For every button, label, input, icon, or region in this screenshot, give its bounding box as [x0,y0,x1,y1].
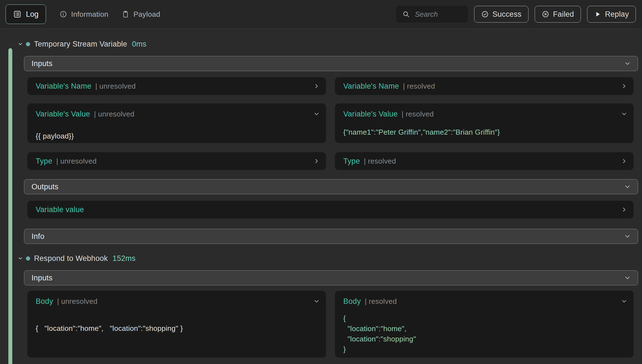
group-bar-outputs[interactable]: Outputs [24,179,638,194]
field-label: Body [36,297,53,306]
timeline-bar [8,48,12,364]
field-value: { "location":"home", "location":"shoppin… [36,323,320,334]
field-label: Body [343,297,361,306]
field-state: | resolved [365,297,397,306]
field-value: {"name1":"Peter Griffin","name2":"Brian … [343,127,627,137]
success-filter-label: Success [493,10,522,19]
chevron-down-icon [621,111,627,117]
topbar-actions: Success Failed Replay [396,6,636,23]
field-row-type-unresolved[interactable]: Type | unresolved [27,152,326,170]
chevron-down-icon [313,298,320,305]
field-label: Variable's Name [343,82,399,91]
field-value: {{ payload}} [36,131,320,141]
group-bar-label: Info [32,232,44,241]
field-row-variables-value-resolved[interactable]: Variable's Value | resolved {"name1":"Pe… [335,103,634,143]
section-title: Respond to Webhook [34,254,108,263]
field-row-variable-value-output[interactable]: Variable value [27,201,634,219]
field-value: { "location":"home", "location":"shoppin… [343,313,627,355]
field-row-body-resolved[interactable]: Body | resolved { "location":"home", "lo… [335,291,634,358]
field-state: | unresolved [56,157,97,166]
info-circle-icon [59,10,67,18]
topbar: Log Information Payload [0,0,642,29]
group-bar-inputs[interactable]: Inputs [24,270,638,285]
chevron-down-icon [624,233,631,240]
success-filter-button[interactable]: Success [474,6,528,23]
field-row-type-resolved[interactable]: Type | resolved [335,152,634,170]
tab-information[interactable]: Information [59,10,108,19]
tab-information-label: Information [71,10,108,19]
field-row-variables-name-resolved[interactable]: Variable's Name | resolved [335,77,634,95]
play-icon [594,11,601,18]
chevron-right-icon [313,83,320,89]
chevron-right-icon [313,158,320,164]
field-state: | resolved [402,110,434,118]
field-row-body-unresolved[interactable]: Body | unresolved { "location":"home", "… [27,291,326,358]
field-row-variables-value-unresolved[interactable]: Variable's Value | unresolved {{ payload… [27,103,326,143]
field-state: | unresolved [94,110,134,118]
failed-filter-button[interactable]: Failed [535,6,581,23]
chevron-down-icon [624,274,631,282]
chevron-right-icon [621,206,627,213]
chevron-down-icon [17,41,23,47]
field-label: Variable value [36,205,84,214]
chevron-down-icon [624,183,631,190]
group-bar-label: Outputs [32,183,59,191]
field-state: | unresolved [57,297,98,306]
node-status-dot [26,42,30,46]
field-state: | resolved [364,157,396,166]
field-label: Variable's Name [36,82,91,91]
search-input[interactable] [415,10,462,19]
group-bar-info[interactable]: Info [24,229,638,244]
replay-button[interactable]: Replay [587,6,636,23]
section-header-respond-to-webhook[interactable]: Respond to Webhook 152ms [17,253,638,264]
chevron-right-icon [621,83,627,89]
section-header-temporary-stream-variable[interactable]: Temporary Stream Variable 0ms [17,38,638,50]
field-label: Type [343,157,360,166]
search-box[interactable] [396,6,468,23]
group-bar-label: Inputs [32,274,52,282]
section-duration: 152ms [113,254,136,263]
chevron-down-icon [313,111,320,117]
field-label: Type [36,157,52,166]
tab-log[interactable]: Log [6,4,46,24]
group-bar-label: Inputs [32,59,52,68]
x-circle-icon [542,10,549,18]
section-duration: 0ms [132,40,146,48]
field-state: | unresolved [95,82,136,91]
group-bar-inputs[interactable]: Inputs [24,56,638,71]
check-circle-icon [481,10,489,18]
failed-filter-label: Failed [553,10,574,19]
section-title: Temporary Stream Variable [34,40,127,48]
field-label: Variable's Value [343,110,398,118]
field-state: | resolved [403,82,435,91]
chevron-down-icon [624,60,631,67]
chevron-down-icon [621,298,627,305]
field-row-variables-name-unresolved[interactable]: Variable's Name | unresolved [27,77,326,95]
node-status-dot [26,256,30,261]
tab-payload[interactable]: Payload [122,10,160,19]
log-area: Temporary Stream Variable 0ms Inputs Var… [0,38,642,364]
tab-payload-label: Payload [133,10,160,19]
field-label: Variable's Value [36,110,90,118]
clipboard-icon [122,10,129,18]
chevron-down-icon [17,256,23,261]
chevron-right-icon [621,158,627,164]
tab-log-label: Log [26,10,38,19]
replay-label: Replay [605,10,629,19]
search-icon [402,10,410,18]
log-list-icon [13,10,21,18]
